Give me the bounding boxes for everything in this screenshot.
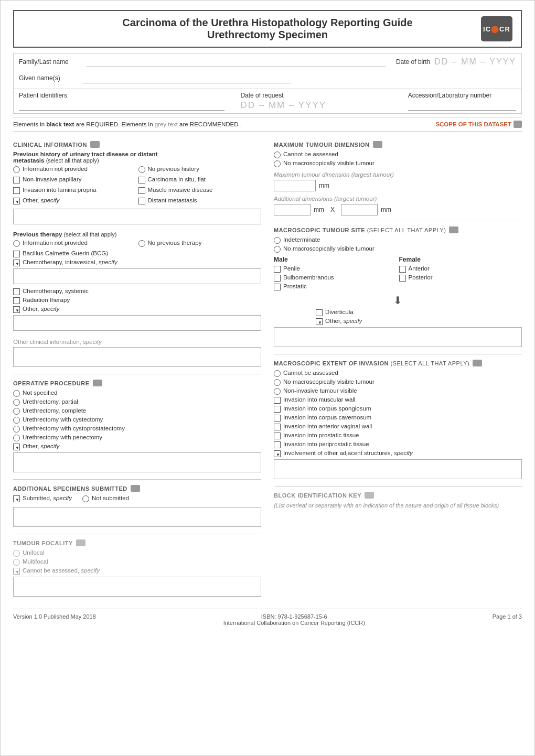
extent-periprostatic[interactable]: Invasion into periprostatic tissue [274,441,522,448]
other-clinical-text[interactable] [13,347,261,367]
op-other-text[interactable] [13,452,261,472]
given-input[interactable] [82,73,292,83]
cb-prostatic-tissue[interactable] [274,433,281,439]
dd-other-specify-hist[interactable] [13,198,20,204]
dd-other-adjacent[interactable] [274,450,281,457]
op-cystoprostatectomy[interactable]: Urethrectomy with cystoprostatectomy [13,425,261,433]
distant-metastasis-option[interactable]: Distant metastasis [138,197,262,204]
extent-muscular-wall[interactable]: Invasion into muscular wall [274,396,522,404]
extent-no-macro[interactable]: No macroscopically visible tumour [274,379,522,386]
radio-op-complete[interactable] [13,408,20,415]
cb-muscle-invasive[interactable] [138,187,145,194]
cb-posterior[interactable] [399,275,406,282]
cannot-assess-focality-option[interactable]: Cannot be assessed, specify [13,567,261,575]
cb-bcg[interactable] [13,251,20,257]
extent-cannot-assess[interactable]: Cannot be assessed [274,370,522,377]
anterior-option[interactable]: Anterior [399,265,522,273]
radio-info-not-provided[interactable] [13,166,20,173]
other-specify-hist-option[interactable]: Other, specify [13,197,136,204]
cb-muscular-wall[interactable] [274,397,281,404]
submitted-text[interactable] [13,507,261,527]
unifocal-option[interactable]: Unifocal [13,549,261,557]
max-tumour-mm[interactable] [274,180,316,191]
cb-anterior[interactable] [399,266,406,273]
cb-penile[interactable] [274,266,281,273]
prostatic-option[interactable]: Prostatic [274,283,397,290]
chemo-intravesical-option[interactable]: Chemotherapy, intravesical, specify [13,259,261,266]
other-specify-therapy-option[interactable]: Other, specify [13,306,261,313]
not-submitted-option[interactable]: Not submitted [82,495,129,502]
op-other[interactable]: Other, specify [13,443,261,450]
cb-non-invasive[interactable] [13,177,20,183]
no-prev-therapy-option[interactable]: No previous therapy [138,240,262,247]
radio-multifocal[interactable] [13,559,20,566]
other-specify-hist-text[interactable] [13,209,261,224]
radio-no-macro[interactable] [274,160,281,167]
dd-op-other[interactable] [13,444,20,450]
dim2-mm[interactable] [341,204,378,215]
extent-corpus-spongiosum[interactable]: Invasion into corpus spongiosum [274,405,522,413]
dd-other-therapy[interactable] [13,306,20,313]
cb-bulbomembranous[interactable] [274,275,281,282]
radio-no-macro-site[interactable] [274,246,281,253]
op-partial[interactable]: Urethrectomy, partial [13,398,261,406]
radio-extent-cannot[interactable] [274,370,281,377]
dd-other-site[interactable] [316,318,323,325]
chemo-systemic-option[interactable]: Chemotherapy, systemic [13,288,261,295]
radio-no-prev-history[interactable] [138,166,145,173]
op-complete[interactable]: Urethrectomy, complete [13,407,261,415]
cb-chemo-systemic[interactable] [13,288,20,295]
cannot-assess-tumour[interactable]: Cannot be assessed [274,151,522,158]
family-input[interactable] [86,57,386,67]
therapy-info-not-provided[interactable]: Information not provided [13,240,136,247]
no-macro-site-option[interactable]: No macroscopically visible tumour [274,245,522,253]
extent-other-adjacent[interactable]: Involvement of other adjacent structures… [274,450,522,457]
info-not-provided-option[interactable]: Information not provided [13,166,136,173]
extent-non-invasive[interactable]: Non-invasive tumour visible [274,387,522,395]
other-adjacent-text[interactable] [274,459,522,479]
penile-option[interactable]: Penile [274,265,397,273]
cb-prostatic[interactable] [274,284,281,290]
other-site-text[interactable] [274,327,522,347]
op-penectomy[interactable]: Urethrectomy with penectomy [13,434,261,441]
bcg-option[interactable]: Bacillus Calmette-Guerin (BCG) [13,250,261,257]
radio-op-cystectomy[interactable] [13,417,20,424]
multifocal-option[interactable]: Multifocal [13,558,261,566]
radio-indeterminate[interactable] [274,237,281,244]
other-therapy-text[interactable] [13,315,261,331]
invasion-lamina-option[interactable]: Invasion into lamina propria [13,187,136,194]
bulbomembranous-option[interactable]: Bulbomembranous [274,274,397,282]
dim1-mm[interactable] [274,204,311,215]
radio-no-prev-therapy[interactable] [138,240,145,247]
non-invasive-papillary-option[interactable]: Non-invasive papillary [13,176,136,183]
radio-therapy-info[interactable] [13,240,20,247]
indeterminate-option[interactable]: Indeterminate [274,236,522,244]
cb-radiation[interactable] [13,297,20,304]
cb-distant-metastasis[interactable] [138,198,145,204]
posterior-option[interactable]: Posterior [399,274,522,282]
accession-input[interactable] [408,100,516,111]
radio-op-cystoprostatectomy[interactable] [13,426,20,433]
extent-anterior-vaginal[interactable]: Invasion into anterior vaginal wall [274,423,522,430]
cb-anterior-vaginal[interactable] [274,424,281,430]
cb-carcinoma-in-situ[interactable] [138,177,145,183]
scope-link[interactable]: SCOPE OF THIS DATASET [435,121,522,128]
chemo-intravesical-text[interactable] [13,268,261,284]
cb-invasion-lamina[interactable] [13,187,20,194]
radiation-option[interactable]: Radiation therapy [13,297,261,304]
extent-prostatic[interactable]: Invasion into prostatic tissue [274,432,522,439]
extent-corpus-cavernosum[interactable]: Invasion into corpus cavernosum [274,414,522,422]
radio-op-partial[interactable] [13,399,20,406]
radio-op-penectomy[interactable] [13,435,20,441]
dd-cannot-assess-focality[interactable] [13,568,20,575]
radio-cannot-assess[interactable] [274,152,281,158]
other-site-option[interactable]: Other, specify [274,318,522,325]
dd-chemo-intravesical[interactable] [13,260,20,266]
cb-diverticula[interactable] [316,309,323,316]
cb-corpus-spongiosum[interactable] [274,406,281,413]
cb-periprostatic[interactable] [274,441,281,448]
diverticula-option[interactable]: Diverticula [274,309,522,316]
submitted-option[interactable]: Submitted, specify [13,495,72,502]
dd-submitted[interactable] [13,495,20,502]
op-not-specified[interactable]: Not specified [13,390,261,397]
